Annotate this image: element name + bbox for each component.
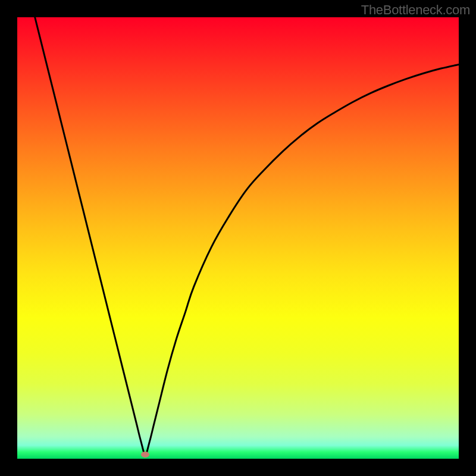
- bottleneck-curve: [35, 17, 459, 455]
- chart-frame: TheBottleneck.com: [0, 0, 476, 476]
- minimum-point-marker: [141, 452, 149, 458]
- watermark-text: TheBottleneck.com: [361, 2, 470, 18]
- curve-layer: [17, 17, 459, 459]
